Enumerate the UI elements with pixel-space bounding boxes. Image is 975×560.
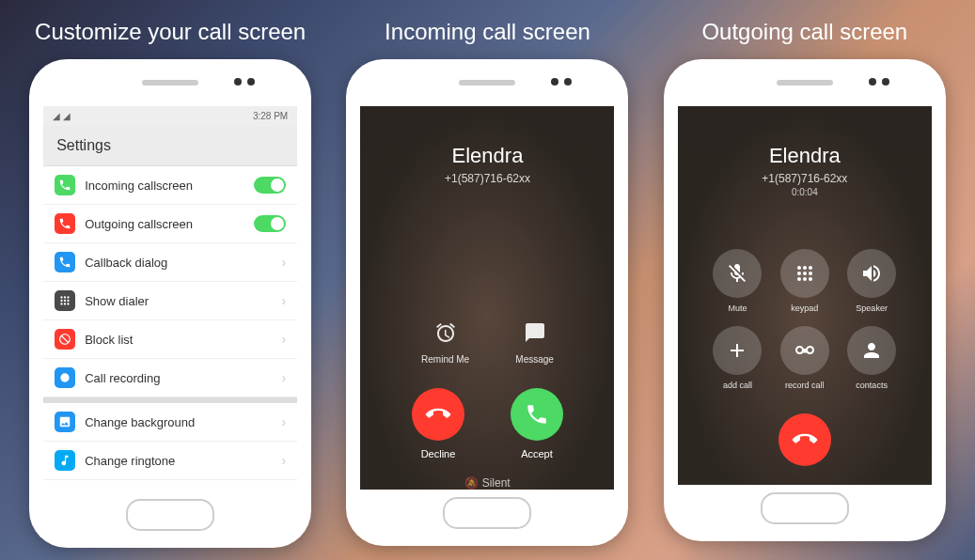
row-label: Incoming callscreen — [85, 179, 244, 193]
message-button[interactable]: Message — [515, 317, 554, 365]
settings-row-record[interactable]: Call recording› — [43, 359, 297, 397]
settings-list-1: Incoming callscreenOutgoing callscreenCa… — [43, 166, 297, 397]
panel-title: Customize your call screen — [35, 19, 306, 45]
keypad-icon — [780, 249, 829, 298]
row-label: Change ringtone — [85, 454, 272, 468]
addcall-icon — [713, 326, 762, 375]
callback-icon — [55, 252, 75, 272]
phone-out-icon — [55, 213, 75, 234]
keypad-grid: MutekeypadSpeakeradd callrecord callcont… — [678, 249, 932, 390]
panel-title: Incoming call screen — [385, 19, 590, 45]
ringtone-icon — [55, 450, 75, 471]
phone-accept-icon — [511, 388, 563, 441]
caller-name: Elendra — [678, 144, 932, 168]
chevron-right-icon: › — [281, 332, 286, 347]
decline-button[interactable]: Decline — [412, 388, 464, 459]
row-label: Change animationChange animation of remi… — [85, 489, 272, 491]
screen-title: Settings — [43, 126, 297, 166]
mute-icon — [713, 249, 762, 298]
chevron-right-icon: › — [281, 293, 286, 308]
phone-in-icon — [55, 175, 75, 195]
status-time: 3:28 PM — [253, 111, 288, 121]
contacts-button[interactable]: contacts — [844, 326, 898, 390]
row-label: Change background — [85, 415, 272, 429]
settings-screen: ◢ ◢ 3:28 PM Settings Incoming callscreen… — [43, 106, 297, 491]
settings-list-2: Change background›Change ringtone›Change… — [43, 403, 297, 491]
phone-end-icon — [787, 423, 822, 458]
button-label: keypad — [791, 303, 818, 313]
outgoing-screen: Elendra +1(587)716-62xx 0:0:04 Mutekeypa… — [678, 106, 932, 485]
button-label: Mute — [728, 303, 747, 313]
contacts-icon — [847, 326, 896, 375]
settings-row-dialer[interactable]: Show dialer› — [43, 282, 297, 320]
incoming-screen: Elendra +1(587)716-62xx Remind Me Messag… — [360, 106, 614, 490]
panel-title: Outgoing call screen — [701, 19, 907, 45]
speaker-icon — [847, 249, 896, 298]
signal-icon: ◢ ◢ — [53, 111, 71, 121]
phone-frame: Elendra +1(587)716-62xx Remind Me Messag… — [346, 59, 628, 546]
silent-button[interactable]: 🔕 Silent — [360, 476, 614, 490]
settings-row-phone-out[interactable]: Outgoing callscreen — [43, 205, 297, 243]
row-label: Callback dialog — [85, 256, 272, 270]
bg-icon — [55, 412, 75, 432]
call-duration: 0:0:04 — [678, 187, 932, 197]
addcall-button[interactable]: add call — [711, 326, 764, 390]
button-label: contacts — [856, 381, 888, 390]
caller-name: Elendra — [360, 144, 614, 168]
recordcall-button[interactable]: record call — [778, 326, 831, 390]
settings-panel: Customize your call screen ◢ ◢ 3:28 PM S… — [19, 19, 322, 541]
chevron-right-icon: › — [281, 453, 286, 468]
phone-frame: Elendra +1(587)716-62xx 0:0:04 Mutekeypa… — [664, 59, 946, 541]
settings-row-anim[interactable]: Change animationChange animation of remi… — [43, 480, 297, 491]
button-label: record call — [785, 381, 825, 390]
outgoing-panel: Outgoing call screen Elendra +1(587)716-… — [653, 19, 956, 541]
keypad-button[interactable]: keypad — [778, 249, 831, 313]
end-call-button[interactable] — [778, 413, 831, 466]
button-label: Speaker — [856, 303, 888, 313]
accept-button[interactable]: Accept — [511, 388, 563, 459]
chevron-right-icon: › — [281, 370, 286, 385]
chevron-right-icon: › — [281, 414, 286, 429]
caller-number: +1(587)716-62xx — [678, 172, 932, 185]
bell-icon: 🔕 — [464, 476, 481, 490]
status-bar: ◢ ◢ 3:28 PM — [43, 106, 297, 126]
toggle-switch[interactable] — [254, 177, 286, 194]
settings-row-phone-in[interactable]: Incoming callscreen — [43, 166, 297, 205]
clock-icon — [430, 317, 462, 349]
toggle-switch[interactable] — [254, 215, 286, 232]
phone-frame: ◢ ◢ 3:28 PM Settings Incoming callscreen… — [29, 59, 311, 548]
record-icon — [55, 367, 75, 388]
mute-button[interactable]: Mute — [711, 249, 764, 313]
settings-row-ringtone[interactable]: Change ringtone› — [43, 442, 297, 480]
block-icon — [55, 329, 75, 350]
row-label: Outgoing callscreen — [85, 217, 244, 231]
settings-row-bg[interactable]: Change background› — [43, 403, 297, 442]
dialer-icon — [55, 290, 75, 311]
settings-row-callback[interactable]: Callback dialog› — [43, 243, 297, 282]
row-label: Show dialer — [85, 294, 272, 308]
chevron-right-icon: › — [281, 255, 286, 270]
speaker-button[interactable]: Speaker — [844, 249, 898, 313]
phone-decline-icon — [412, 388, 464, 441]
incoming-panel: Incoming call screen Elendra +1(587)716-… — [336, 19, 638, 541]
remind-me-button[interactable]: Remind Me — [421, 317, 469, 365]
caller-number: +1(587)716-62xx — [360, 172, 614, 185]
settings-row-block[interactable]: Block list› — [43, 320, 297, 359]
recordcall-icon — [780, 326, 829, 375]
row-label: Call recording — [85, 371, 272, 385]
caller-info: Elendra +1(587)716-62xx — [360, 106, 614, 185]
message-icon — [519, 317, 551, 349]
button-label: add call — [723, 381, 752, 390]
caller-info: Elendra +1(587)716-62xx 0:0:04 — [678, 106, 932, 197]
row-label: Block list — [85, 333, 272, 347]
